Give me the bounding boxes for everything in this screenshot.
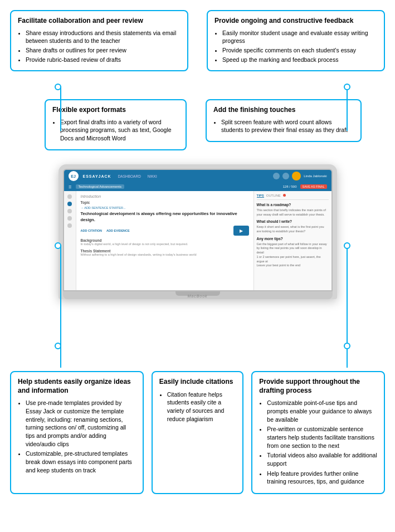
export-title: Flexible export formats [52, 106, 179, 115]
right-tips-panel: TIPS OUTLINE What is a roadmap? This sec… [253, 191, 331, 291]
connector-circle-mid-right [344, 84, 350, 90]
connector-top-left [60, 86, 61, 131]
collaborate-item-1: Share essay introductions and thesis sta… [26, 29, 181, 45]
add-citation-link[interactable]: ADD CITATION [81, 229, 103, 232]
connector-left-vertical [60, 245, 61, 368]
sidebar-dot-3 [67, 209, 72, 213]
notification-icon[interactable] [282, 173, 289, 179]
finishing-list: Split screen feature with word count all… [213, 118, 354, 134]
panel-a2: Keep it short and sweet, what is the fir… [257, 225, 329, 233]
citations-list: Citation feature helps students easily c… [159, 391, 236, 423]
screen-main-content: Introduction Topic → ADD SENTENCE STARTE… [76, 191, 253, 291]
app-logo: EJ [69, 171, 79, 181]
export-item-1: Export final drafts into a variety of wo… [60, 118, 179, 143]
panel-q2: What should I write? [257, 219, 329, 223]
laptop-base: MacBook [63, 291, 333, 299]
thesis-text: Without adhering to a high level of desi… [81, 253, 249, 257]
tab-outline[interactable]: OUTLINE [266, 194, 281, 198]
subnav-tab[interactable]: Technological Advancements [76, 184, 124, 189]
sidebar-dot-5 [67, 223, 72, 228]
support-item-2: Pre-written or customizable sentence sta… [267, 425, 377, 450]
screen-subnav-bar: ☰ Technological Advancements 128 / 500 S… [64, 182, 331, 191]
collaborate-list: Share essay introductions and thesis sta… [18, 29, 181, 64]
notification-dot [283, 194, 286, 197]
panel-tabs: TIPS OUTLINE [257, 194, 329, 200]
avatar [292, 172, 301, 180]
collaborate-box: Facilitate collaboration and peer review… [10, 10, 188, 71]
connector-circle-bottom-right [344, 343, 350, 349]
support-item-1: Customizable point-of-use tips and promp… [267, 399, 377, 423]
feedback-item-1: Easily monitor student usage and evaluat… [222, 29, 377, 45]
citations-box: Easily include citations Citation featur… [152, 371, 244, 494]
sidebar-dot-1 [67, 194, 72, 199]
bottom-feature-boxes: Help students easily organize ideas and … [10, 371, 385, 494]
preview-icon: ▶ [240, 228, 243, 233]
feedback-list: Easily monitor student usage and evaluat… [214, 29, 377, 64]
panel-q3: Any more tips? [257, 237, 329, 241]
feedback-item-2: Provide specific comments on each studen… [222, 46, 377, 55]
username-label: Linda Jablonski [304, 174, 326, 178]
sentence-starter[interactable]: → ADD SENTENCE STARTER... [81, 206, 249, 209]
add-evidence-link[interactable]: ADD EVIDENCE [106, 229, 130, 232]
thesis-label: Thesis Statement [81, 249, 249, 253]
collaborate-item-2: Share drafts or outlines for peer review [26, 46, 181, 55]
subnav-icon: ☰ [69, 185, 71, 189]
sidebar-dot-4 [67, 216, 72, 221]
header-right: Linda Jablonski [273, 172, 326, 180]
collaborate-item-3: Provide rubric-based review of drafts [26, 56, 181, 64]
feedback-box: Provide ongoing and constructive feedbac… [207, 10, 385, 71]
feedback-title: Provide ongoing and constructive feedbac… [214, 17, 377, 26]
connector-circle-mid-left [55, 84, 61, 90]
panel-a1: This section that briefly indicates the … [257, 208, 329, 217]
citations-title: Easily include citations [159, 378, 236, 387]
screen-actions-bar: ADD CITATION ADD EVIDENCE ▶ [81, 226, 249, 236]
laptop-mockup: EJ ESSAYJACK DASHBOARD NIKKI Linda Jablo… [58, 164, 337, 299]
word-counter: 128 / 500 [283, 185, 297, 188]
section-title: Introduction [81, 194, 249, 198]
topic-label: Topic [81, 201, 249, 204]
screen-header-bar: EJ ESSAYJACK DASHBOARD NIKKI Linda Jablo… [64, 170, 331, 182]
support-box: Provide support throughout the drafting … [251, 371, 385, 494]
preview-button[interactable]: ▶ [233, 226, 249, 236]
connector-circle-top-left [55, 242, 61, 249]
support-item-3: Tutorial videos also available for addit… [267, 451, 377, 467]
search-icon[interactable] [273, 173, 280, 179]
organize-title: Help students easily organize ideas and … [18, 378, 136, 395]
connector-top-right [347, 86, 348, 131]
organize-item-1: Use pre-made templates provided by Essay… [26, 399, 136, 448]
export-list: Export final drafts into a variety of wo… [52, 118, 179, 143]
laptop-screen: EJ ESSAYJACK DASHBOARD NIKKI Linda Jablo… [63, 169, 333, 291]
laptop-brand: MacBook [187, 294, 207, 298]
left-sidebar [64, 191, 76, 291]
organize-item-2: Customizable, pre-structured templates b… [26, 450, 136, 474]
essay-text: Technological development is always offe… [81, 211, 249, 223]
feedback-item-3: Speed up the marking and feedback proces… [222, 56, 377, 64]
organize-list: Use pre-made templates provided by Essay… [18, 399, 136, 474]
panel-a3: Get the biggest part of what will follow… [257, 242, 329, 268]
laptop-body: EJ ESSAYJACK DASHBOARD NIKKI Linda Jablo… [58, 164, 337, 299]
finishing-title: Add the finishing touches [213, 106, 354, 115]
support-item-4: Help feature provides further online tra… [267, 470, 377, 486]
support-title: Provide support throughout the drafting … [259, 378, 377, 395]
header-nav: DASHBOARD [118, 174, 141, 178]
save-final-button[interactable]: SAVE AS FINAL [300, 184, 327, 189]
sidebar-dot-2 [67, 202, 72, 206]
citations-item-1: Citation feature helps students easily c… [167, 391, 236, 423]
background-label: Background [81, 238, 249, 242]
collaborate-title: Facilitate collaboration and peer review [18, 17, 181, 26]
header-user: NIKKI [148, 174, 157, 178]
finishing-item-1: Split screen feature with word count all… [221, 118, 354, 134]
finishing-box: Add the finishing touches Split screen f… [206, 99, 362, 142]
organize-box: Help students easily organize ideas and … [10, 371, 144, 494]
connector-circle-top-right [344, 242, 350, 249]
screen-content: Introduction Topic → ADD SENTENCE STARTE… [64, 191, 331, 291]
background-text: In today's digital world, a high level o… [81, 242, 249, 246]
panel-q1: What is a roadmap? [257, 203, 329, 207]
export-box: Flexible export formats Export final dra… [45, 99, 187, 150]
tab-tips[interactable]: TIPS [257, 194, 264, 198]
connector-circle-bottom-left [55, 343, 61, 349]
connector-right-vertical [347, 245, 348, 368]
support-list: Customizable point-of-use tips and promp… [259, 399, 377, 486]
app-name: ESSAYJACK [83, 174, 111, 178]
